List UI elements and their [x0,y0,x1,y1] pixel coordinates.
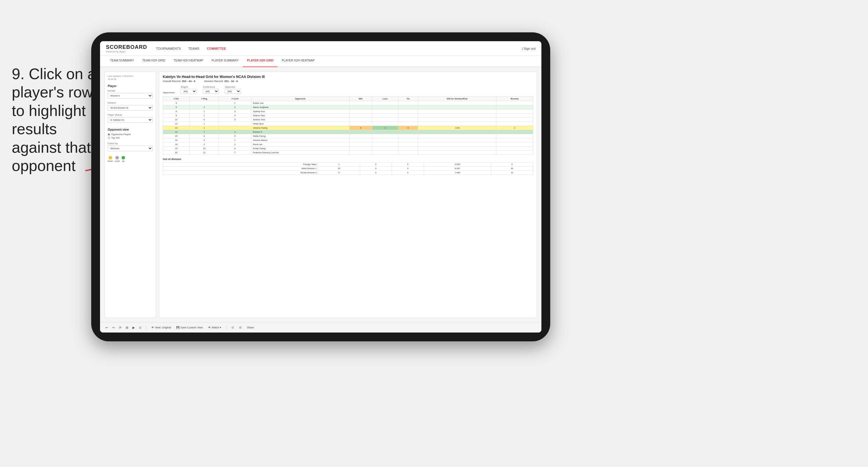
th-div: # Div [163,96,190,101]
table-cell [418,130,496,134]
table-row[interactable]: 131Heeji Hyun [163,122,533,126]
table-row[interactable]: 31Esther Lee [163,101,533,105]
table-cell [398,105,418,110]
refresh-icon[interactable]: ⟳ [118,325,122,331]
table-row[interactable]: 1691Jessica Mason [163,138,533,143]
table-cell [349,101,372,105]
table-cell: 16 [163,138,190,143]
player-rank-select[interactable]: 8. Katelyn Vo [108,117,153,123]
sub-nav-team-h2h-heatmap[interactable]: TEAM H2H HEATMAP [169,56,208,67]
table-cell [349,134,372,138]
th-conf: # Conf [219,96,251,101]
table-row[interactable]: 1585Stella Cheng [163,134,533,138]
colour-by-section: Colour by Win/loss Down Level [108,142,153,162]
player-section-title: Player [108,85,153,88]
opponent-name-cell: Euna Lee [251,143,349,147]
table-cell: 6 [219,147,251,151]
table-cell [372,138,398,143]
table-cell [372,118,398,122]
table-cell [189,101,219,105]
table-row[interactable]: 613Sydney Kuo [163,110,533,114]
sign-out-link[interactable]: | Sign out [522,47,535,50]
nav-tournaments[interactable]: TOURNAMENTS [156,45,181,52]
table-row[interactable]: 131Jessica Huang010-3.002 [163,126,533,130]
legend-circle-level [115,156,119,159]
share-btn[interactable]: Share [245,325,255,330]
out-of-division-label: Out of division [163,158,533,161]
table-cell [496,151,533,155]
table-cell: 3 [219,110,251,114]
table-row[interactable]: 914Sharon Mun [163,114,533,118]
opponent-name-cell: Esther Lee [251,101,349,105]
table-cell [398,147,418,151]
table-row[interactable]: 20117Federica Domecq Lacroze [163,151,533,155]
filters-row: Opponents: Region (All) Conference (All) [163,86,533,94]
opponent-select[interactable]: (All) [225,89,241,94]
target-icon[interactable]: ⊙ [138,325,143,331]
table-cell [496,134,533,138]
table-cell [372,151,398,155]
sub-nav-team-summary[interactable]: TEAM SUMMARY [106,56,138,67]
ood-cell: 0 [360,166,392,171]
table-cell: 7 [189,130,219,134]
nav-bar: SCOREBOARD Powered by clippd TOURNAMENTS… [100,41,541,56]
sub-nav-player-h2h-grid[interactable]: PLAYER H2H GRID [243,56,277,67]
ood-cell: 0 [392,162,424,166]
ood-table-row[interactable]: NAIA Division 115009.26730 [163,166,533,171]
sub-nav: TEAM SUMMARY TEAM H2H GRID TEAM H2H HEAT… [100,56,541,67]
watch-btn[interactable]: 👁 Watch ▾ [207,325,223,330]
view-icon: 👁 [151,326,154,329]
table-row[interactable]: 522Alexis Sudjianto [163,105,533,110]
table-row[interactable]: 19106Emily Chang [163,147,533,151]
ood-table-row[interactable]: Foreign Team1004.5002 [163,162,533,166]
conference-select[interactable]: (All) [203,89,219,94]
ood-table-row[interactable]: NCAA Division 25007.40010 [163,171,533,175]
view-original-btn[interactable]: 👁 View: Original [150,325,173,330]
table-cell [372,110,398,114]
ood-cell: 5 [318,171,360,175]
table-cell [418,105,496,110]
table-cell [398,138,418,143]
th-opponent: Opponent [251,96,349,101]
main-content: Last Updated: 27/03/2024 16:55:38 Player… [100,67,541,322]
ood-cell: 9.267 [424,166,491,171]
layout-btn-1[interactable]: ⊡ [230,325,236,330]
table-row[interactable]: 1822Euna Lee [163,143,533,147]
th-loss: Loss [372,96,398,101]
table-cell: 1 [189,126,219,130]
records-row: Overall Record: 353 - 34 - 6 Division Re… [163,80,533,83]
sub-nav-team-h2h-grid[interactable]: TEAM H2H GRID [138,56,169,67]
sub-nav-player-h2h-heatmap[interactable]: PLAYER H2H HEATMAP [277,56,319,67]
gender-select[interactable]: Women's [108,93,153,99]
undo-icon[interactable]: ↩ [104,325,109,331]
redo-icon[interactable]: ↪ [111,325,116,331]
table-cell: 3 [163,101,190,105]
colour-by-select[interactable]: Win/loss [108,146,153,151]
division-select[interactable]: NCAA Division III [108,105,153,111]
layout-btn-2[interactable]: ⊟ [238,325,243,330]
table-cell [349,114,372,118]
overall-record-label: Overall Record: 353 - 34 - 6 [163,80,195,83]
nav-teams[interactable]: TEAMS [188,45,199,52]
sub-nav-player-summary[interactable]: PLAYER SUMMARY [208,56,243,67]
table-cell: 1 [219,138,251,143]
out-of-division-table: Foreign Team1004.5002NAIA Division 11500… [163,162,533,175]
player-rank-label: Player (Rank) [108,114,153,116]
grid-icon[interactable]: ⊞ [125,325,129,331]
th-win: Win [349,96,372,101]
table-row[interactable]: 1474Eunice Yi [163,130,533,134]
opponent-name-cell: Sharon Mun [251,114,349,118]
play-icon[interactable]: ▶ [131,325,136,331]
table-cell [219,122,251,126]
table-row[interactable]: 1063Andrea York [163,118,533,122]
region-select[interactable]: (All) [181,89,197,94]
radio-opponents-played[interactable]: Opponents Played [108,133,153,136]
nav-committee[interactable]: COMMITTEE [207,45,226,52]
bottom-toolbar: ↩ ↪ ⟳ ⊞ ▶ ⊙ 👁 View: Original 💾 Save Cust… [100,322,541,333]
table-header-row: # Div # Reg # Conf Opponent Win Loss Tie… [163,96,533,101]
th-rounds: Rounds [496,96,533,101]
radio-dot-1 [108,133,110,136]
radio-top100[interactable]: Top 100 [108,136,153,139]
save-custom-view-btn[interactable]: 💾 Save Custom View [175,325,204,330]
th-reg: # Reg [189,96,219,101]
